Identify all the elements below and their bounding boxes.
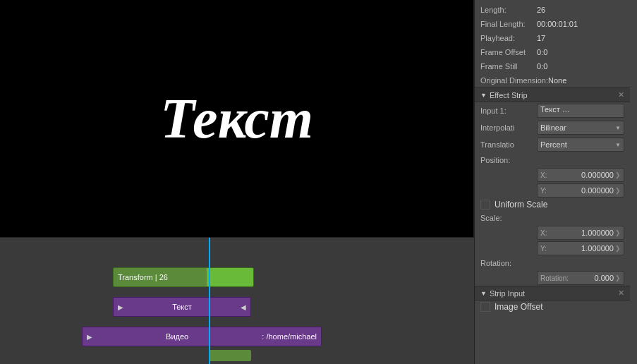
preview-text: Текст (160, 87, 313, 151)
interp-value: Bilinear (540, 123, 566, 132)
position-row: Position: (475, 153, 630, 167)
strip-input-header[interactable]: ▼ Strip Input ✕ (475, 286, 630, 301)
transl-row: Translatio Percent ▼ (475, 136, 630, 153)
scale-label: Scale: (480, 214, 537, 222)
uniform-scale-checkbox[interactable] (480, 200, 490, 210)
pos-x-row: X: 0.000000 ❯ (475, 167, 630, 183)
transl-dropdown[interactable]: Percent ▼ (537, 138, 624, 152)
strip-transform[interactable]: Transform | 26 (113, 267, 254, 287)
frame-offset-row: Frame Offset 0:0 (475, 45, 630, 59)
strip-transform-label: Transform | 26 (118, 273, 168, 281)
pos-x-value: 0.000000 (549, 171, 614, 179)
pos-x-field[interactable]: X: 0.000000 ❯ (537, 168, 624, 182)
field-arrows-icon: ❯ (615, 245, 621, 252)
playhead-row: Playhead: 17 (475, 31, 630, 45)
input1-field[interactable]: Текст … (537, 104, 624, 118)
transl-value: Percent (540, 140, 567, 149)
frame-still-row: Frame Still 0:0 (475, 59, 630, 73)
uniform-scale-label: Uniform Scale (495, 200, 547, 210)
strip-video-path: : /home/michael (262, 332, 317, 341)
image-offset-label: Image Offset (495, 302, 542, 312)
left-panel: Текст Transform | 26 ▶ Текст ◀ ▶ Видео :… (0, 0, 474, 364)
right-panel: Length: 26 Final Length: 00:00:01:01 Pla… (474, 0, 637, 364)
pos-y-label: Y: (540, 187, 549, 195)
triangle-icon: ▼ (480, 92, 487, 99)
strip-right-arrow: ◀ (241, 303, 246, 311)
triangle-icon: ▼ (480, 290, 487, 297)
input1-value: Текст … (540, 105, 570, 114)
interp-dropdown[interactable]: Bilinear ▼ (537, 121, 624, 135)
rot-value: 0.000 (569, 274, 614, 282)
scale-row: Scale: (475, 211, 630, 225)
pos-y-field[interactable]: Y: 0.000000 ❯ (537, 183, 624, 198)
final-length-label: Final Length: (480, 20, 537, 28)
image-offset-checkbox[interactable] (480, 302, 490, 312)
field-arrows-icon: ❯ (615, 171, 621, 178)
scale-y-row: Y: 1.000000 ❯ (475, 241, 630, 256)
transl-label: Translatio (480, 140, 537, 149)
effect-strip-header[interactable]: ▼ Effect Strip ✕ (475, 87, 630, 102)
frame-offset-value: 0:0 (537, 48, 547, 56)
input1-row: Input 1: Текст … (475, 102, 630, 119)
strip-text[interactable]: ▶ Текст ◀ (113, 297, 251, 317)
field-arrows-icon: ❯ (615, 187, 621, 194)
pos-y-value: 0.000000 (549, 186, 614, 195)
scale-y-field[interactable]: Y: 1.000000 ❯ (537, 241, 624, 255)
effect-strip-label: Effect Strip (490, 91, 528, 99)
section-close-icon[interactable]: ✕ (618, 289, 624, 298)
dropdown-arrow-icon: ▼ (615, 142, 621, 148)
rot-row: Rotation: 0.000 ❯ (475, 270, 630, 286)
rot-field[interactable]: Rotation: 0.000 ❯ (537, 271, 624, 285)
playhead-value: 17 (537, 34, 545, 42)
timeline-area[interactable]: Transform | 26 ▶ Текст ◀ ▶ Видео : /home… (0, 237, 474, 364)
dropdown-arrow-icon: ▼ (615, 125, 621, 131)
final-length-row: Final Length: 00:00:01:01 (475, 17, 630, 31)
pos-x-label: X: (540, 171, 549, 179)
orig-dim-value: None (548, 76, 566, 85)
scale-y-value: 1.000000 (549, 244, 614, 253)
strip-video[interactable]: ▶ Видео : /home/michael (82, 327, 322, 346)
playhead (209, 238, 210, 364)
uniform-scale-row: Uniform Scale (475, 198, 630, 211)
position-label: Position: (480, 156, 537, 164)
scale-y-label: Y: (540, 245, 549, 253)
pos-y-row: Y: 0.000000 ❯ (475, 183, 630, 198)
length-value: 26 (537, 6, 545, 14)
scale-x-value: 1.000000 (549, 229, 614, 237)
strip-small (209, 350, 251, 361)
final-length-value: 00:00:01:01 (537, 20, 578, 28)
interp-row: Interpolati Bilinear ▼ (475, 119, 630, 136)
orig-dim-row: Original Dimension: None (475, 73, 630, 87)
length-row: Length: 26 (475, 3, 630, 17)
frame-still-label: Frame Still (480, 62, 537, 71)
length-label: Length: (480, 6, 537, 14)
frame-offset-label: Frame Offset (480, 48, 537, 56)
frame-still-value: 0:0 (537, 62, 547, 71)
rotation-label: Rotation: (480, 259, 537, 267)
transform-green-section (207, 268, 253, 286)
image-offset-row: Image Offset (475, 301, 630, 313)
strip-video-label: Видео (166, 332, 188, 341)
section-close-icon[interactable]: ✕ (618, 90, 624, 99)
orig-dim-label: Original Dimension: (480, 76, 548, 85)
field-arrows-icon: ❯ (615, 274, 621, 281)
strip-text-label: Текст (172, 303, 192, 311)
rotation-row: Rotation: (475, 256, 630, 270)
scale-x-label: X: (540, 229, 549, 237)
input1-label: Input 1: (480, 107, 537, 115)
interp-label: Interpolati (480, 123, 537, 132)
preview-area: Текст (0, 0, 474, 237)
strip-video-left-arrow: ▶ (87, 333, 92, 341)
strip-input-label: Strip Input (490, 289, 525, 298)
strip-left-arrow: ▶ (118, 303, 123, 311)
scale-x-field[interactable]: X: 1.000000 ❯ (537, 226, 624, 240)
scale-x-row: X: 1.000000 ❯ (475, 225, 630, 241)
rot-label: Rotation: (540, 274, 569, 282)
playhead-label: Playhead: (480, 34, 537, 42)
field-arrows-icon: ❯ (615, 229, 621, 236)
